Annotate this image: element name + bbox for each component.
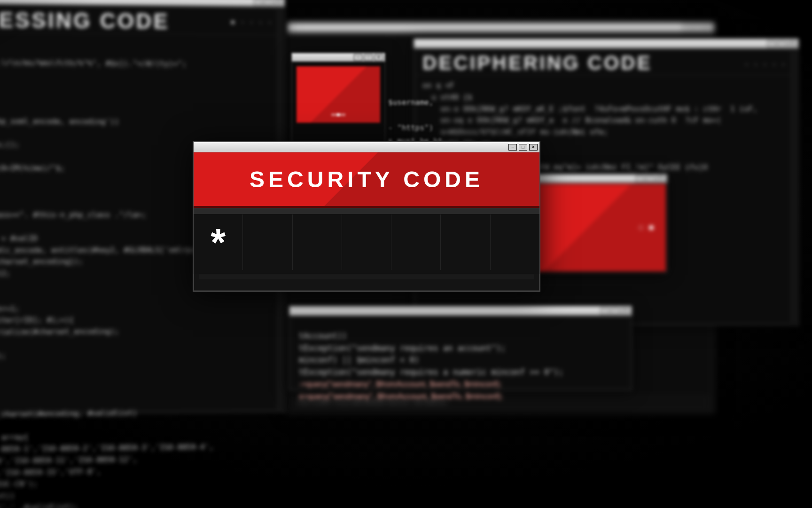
maximize-button[interactable]: □ — [264, 0, 273, 5]
code-cell[interactable] — [293, 214, 342, 270]
titlebar[interactable]: – □ × — [287, 23, 714, 32]
thumbnail-preview — [297, 66, 380, 123]
maximize-button[interactable]: □ — [611, 308, 619, 314]
titlebar[interactable]: – □ × — [414, 39, 798, 48]
minimize-button[interactable]: – — [636, 175, 644, 182]
close-button[interactable]: × — [703, 24, 712, 31]
minimize-button[interactable]: – — [767, 40, 776, 47]
maximize-button[interactable]: □ — [778, 40, 786, 47]
vertical-scrollbar[interactable] — [791, 51, 796, 322]
minimize-button[interactable]: – — [508, 144, 517, 151]
separator — [194, 208, 539, 214]
titlebar[interactable]: – □ × — [289, 306, 632, 316]
minimize-button[interactable]: – — [354, 54, 362, 61]
minimize-button[interactable]: – — [601, 308, 609, 314]
maximize-button[interactable]: □ — [693, 24, 702, 31]
dialog-header: SECURITY CODE — [194, 152, 539, 208]
maximize-button[interactable]: □ — [646, 175, 655, 182]
console-window: – □ × tAccount)) tException("sendmany re… — [289, 306, 632, 390]
close-button[interactable]: × — [621, 308, 630, 314]
minimize-button[interactable]: – — [683, 24, 691, 31]
pager-dots — [331, 110, 345, 118]
close-button[interactable]: × — [788, 40, 796, 47]
code-cell[interactable]: * — [194, 214, 243, 270]
dialog-title: SECURITY CODE — [250, 167, 484, 192]
code-cell[interactable] — [391, 214, 441, 270]
close-button[interactable]: × — [274, 0, 283, 5]
code-cell[interactable] — [342, 214, 391, 270]
code-cell[interactable] — [441, 214, 490, 270]
close-button[interactable]: × — [375, 54, 383, 61]
dialog-bottom-track — [199, 274, 534, 279]
pager-dots: • • • • • — [746, 53, 790, 67]
console-output[interactable]: tAccount)) tException("sendmany requires… — [291, 325, 630, 407]
processing-title-text: PROCESSING CODE — [0, 7, 170, 33]
titlebar[interactable]: – □ × — [194, 142, 539, 152]
close-button[interactable]: × — [529, 144, 538, 151]
minimize-button[interactable]: – — [254, 0, 262, 5]
code-cell[interactable] — [491, 214, 539, 270]
close-button[interactable]: × — [656, 175, 665, 182]
pane-title: PROCESSING CODE ■ • • • • — [0, 6, 282, 35]
code-cell[interactable] — [243, 214, 292, 270]
titlebar[interactable]: – □ × — [292, 53, 385, 62]
status-indicator-icon — [649, 225, 654, 230]
status-body — [518, 184, 666, 271]
security-code-dialog: – □ × SECURITY CODE * — [193, 141, 540, 292]
pager-dots: ■ • • • • — [231, 11, 276, 25]
pane-title: DECIPHERING CODE • • • • • — [416, 50, 796, 75]
deciphering-title-text: DECIPHERING CODE — [422, 52, 652, 74]
maximize-button[interactable]: □ — [364, 54, 373, 61]
code-input-cells[interactable]: * — [194, 214, 539, 274]
maximize-button[interactable]: □ — [519, 144, 527, 151]
